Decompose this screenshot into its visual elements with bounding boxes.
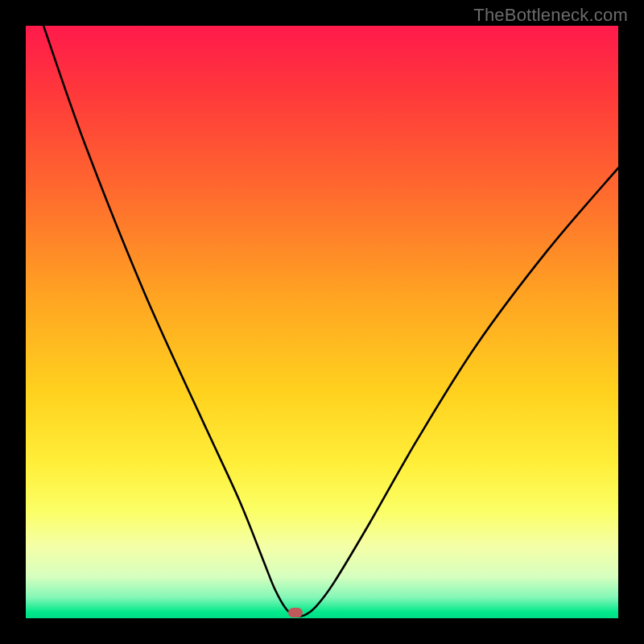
optimal-marker — [288, 608, 303, 617]
curve-svg — [26, 26, 618, 618]
chart-frame: TheBottleneck.com — [0, 0, 644, 644]
plot-area — [26, 26, 618, 618]
bottleneck-curve — [43, 26, 618, 616]
watermark-label: TheBottleneck.com — [473, 5, 628, 26]
